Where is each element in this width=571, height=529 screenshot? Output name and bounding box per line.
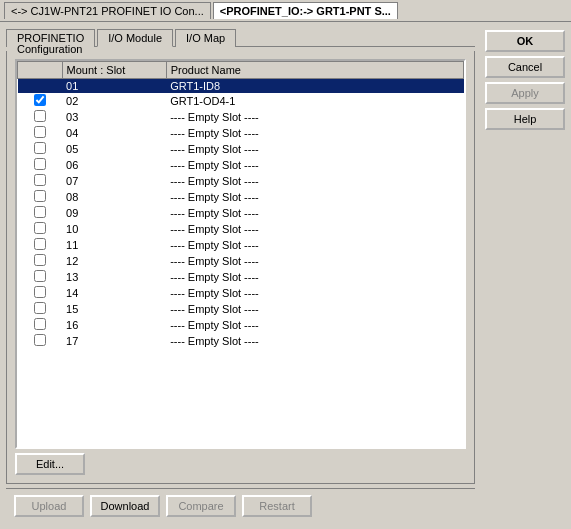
row-product: ---- Empty Slot ----: [166, 189, 463, 205]
col-checkbox: [18, 62, 63, 79]
row-product: ---- Empty Slot ----: [166, 125, 463, 141]
row-checkbox[interactable]: [18, 285, 63, 301]
table-row[interactable]: 06---- Empty Slot ----: [18, 157, 464, 173]
row-product: ---- Empty Slot ----: [166, 173, 463, 189]
row-product: ---- Empty Slot ----: [166, 141, 463, 157]
row-slot: 14: [62, 285, 166, 301]
col-slot: Mount : Slot: [62, 62, 166, 79]
row-checkbox[interactable]: [18, 93, 63, 109]
download-button[interactable]: Download: [90, 495, 160, 517]
row-slot: 17: [62, 333, 166, 349]
table-row[interactable]: 16---- Empty Slot ----: [18, 317, 464, 333]
row-checkbox[interactable]: [18, 141, 63, 157]
row-slot: 11: [62, 237, 166, 253]
row-checkbox[interactable]: [18, 237, 63, 253]
row-product: ---- Empty Slot ----: [166, 301, 463, 317]
restart-button[interactable]: Restart: [242, 495, 312, 517]
bottom-bar: Upload Download Compare Restart: [6, 488, 475, 523]
row-checkbox[interactable]: [18, 317, 63, 333]
row-product: ---- Empty Slot ----: [166, 333, 463, 349]
tab-io-module[interactable]: I/O Module: [97, 29, 173, 47]
row-checkbox[interactable]: [18, 253, 63, 269]
table-row[interactable]: 04---- Empty Slot ----: [18, 125, 464, 141]
row-product: ---- Empty Slot ----: [166, 205, 463, 221]
row-checkbox[interactable]: [18, 125, 63, 141]
ok-button[interactable]: OK: [485, 30, 565, 52]
row-product: ---- Empty Slot ----: [166, 237, 463, 253]
row-product: ---- Empty Slot ----: [166, 317, 463, 333]
row-slot: 07: [62, 173, 166, 189]
row-slot: 10: [62, 221, 166, 237]
row-product: ---- Empty Slot ----: [166, 285, 463, 301]
row-slot: 08: [62, 189, 166, 205]
row-slot: 05: [62, 141, 166, 157]
upload-button[interactable]: Upload: [14, 495, 84, 517]
table-row[interactable]: 03---- Empty Slot ----: [18, 109, 464, 125]
col-product: Product Name: [166, 62, 463, 79]
table-row[interactable]: 05---- Empty Slot ----: [18, 141, 464, 157]
config-label: Configuration: [15, 43, 84, 55]
compare-button[interactable]: Compare: [166, 495, 236, 517]
table-container: Mount : Slot Product Name 01GRT1-ID802GR…: [15, 59, 466, 449]
row-slot: 09: [62, 205, 166, 221]
cancel-button[interactable]: Cancel: [485, 56, 565, 78]
row-slot: 13: [62, 269, 166, 285]
table-row[interactable]: 10---- Empty Slot ----: [18, 221, 464, 237]
title-tab-1[interactable]: <-> CJ1W-PNT21 PROFINET IO Con...: [4, 2, 211, 19]
row-checkbox[interactable]: [18, 173, 63, 189]
table-row[interactable]: 11---- Empty Slot ----: [18, 237, 464, 253]
row-checkbox[interactable]: [18, 109, 63, 125]
row-slot: 06: [62, 157, 166, 173]
table-row[interactable]: 09---- Empty Slot ----: [18, 205, 464, 221]
row-checkbox[interactable]: [18, 189, 63, 205]
row-checkbox[interactable]: [18, 157, 63, 173]
row-product: ---- Empty Slot ----: [166, 221, 463, 237]
table-scroll[interactable]: Mount : Slot Product Name 01GRT1-ID802GR…: [17, 61, 464, 447]
help-button[interactable]: Help: [485, 108, 565, 130]
tab-io-map[interactable]: I/O Map: [175, 29, 236, 47]
row-product: ---- Empty Slot ----: [166, 157, 463, 173]
table-row[interactable]: 17---- Empty Slot ----: [18, 333, 464, 349]
title-tab-2[interactable]: <PROFINET_IO:-> GRT1-PNT S...: [213, 2, 398, 19]
table-row[interactable]: 02GRT1-OD4-1: [18, 93, 464, 109]
row-checkbox[interactable]: [18, 333, 63, 349]
table-row[interactable]: 12---- Empty Slot ----: [18, 253, 464, 269]
right-panel: OK Cancel Apply Help: [481, 22, 571, 529]
row-slot: 04: [62, 125, 166, 141]
row-slot: 15: [62, 301, 166, 317]
apply-button[interactable]: Apply: [485, 82, 565, 104]
table-row[interactable]: 14---- Empty Slot ----: [18, 285, 464, 301]
config-group: Configuration Mount : Slot Product Name …: [6, 51, 475, 484]
table-row[interactable]: 13---- Empty Slot ----: [18, 269, 464, 285]
row-checkbox[interactable]: [18, 205, 63, 221]
table-row[interactable]: 08---- Empty Slot ----: [18, 189, 464, 205]
table-row[interactable]: 15---- Empty Slot ----: [18, 301, 464, 317]
row-checkbox[interactable]: [18, 301, 63, 317]
row-slot: 16: [62, 317, 166, 333]
row-slot: 12: [62, 253, 166, 269]
row-product: GRT1-OD4-1: [166, 93, 463, 109]
row-checkbox[interactable]: [18, 79, 63, 94]
row-checkbox[interactable]: [18, 221, 63, 237]
row-slot: 02: [62, 93, 166, 109]
edit-button[interactable]: Edit...: [15, 453, 85, 475]
row-slot: 03: [62, 109, 166, 125]
row-checkbox[interactable]: [18, 269, 63, 285]
row-product: ---- Empty Slot ----: [166, 109, 463, 125]
row-slot: 01: [62, 79, 166, 94]
row-product: GRT1-ID8: [166, 79, 463, 94]
table-row[interactable]: 07---- Empty Slot ----: [18, 173, 464, 189]
table-row[interactable]: 01GRT1-ID8: [18, 79, 464, 94]
title-bar: <-> CJ1W-PNT21 PROFINET IO Con... <PROFI…: [0, 0, 571, 22]
row-product: ---- Empty Slot ----: [166, 253, 463, 269]
row-product: ---- Empty Slot ----: [166, 269, 463, 285]
